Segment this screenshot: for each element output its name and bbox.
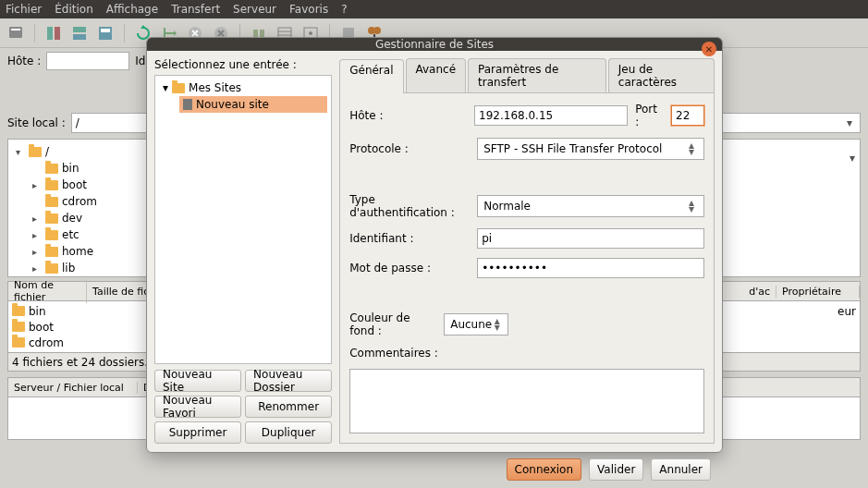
- dialog-title-bar[interactable]: Gestionnaire de Sites ✕: [147, 38, 722, 51]
- svg-rect-11: [260, 30, 264, 37]
- tab-charset[interactable]: Jeu de caractères: [608, 58, 715, 92]
- menu-affichage[interactable]: Affichage: [106, 3, 158, 16]
- svg-rect-2: [47, 27, 53, 40]
- folder-icon: [12, 306, 25, 316]
- tabs: Général Avancé Paramètres de transfert J…: [339, 58, 715, 93]
- tree-row-mysites[interactable]: ▾ Mes Sites: [159, 79, 327, 96]
- new-site-button[interactable]: Nouveau Site: [154, 370, 241, 392]
- tab-transfer[interactable]: Paramètres de transfert: [468, 58, 606, 92]
- delete-button[interactable]: Supprimer: [154, 421, 241, 444]
- expand-icon[interactable]: ▸: [32, 247, 42, 257]
- select-entry-label: Sélectionnez une entrée :: [154, 58, 332, 71]
- spin-icon: ▴▾: [492, 318, 502, 331]
- spin-icon: ▴▾: [685, 200, 698, 213]
- protocol-select[interactable]: SFTP - SSH File Transfer Protocol ▴▾: [477, 138, 704, 160]
- tree-label: home: [62, 245, 93, 258]
- port-input[interactable]: [671, 105, 704, 126]
- bg-label: Couleur de fond :: [349, 311, 436, 337]
- col-perm[interactable]: d'ac: [743, 286, 776, 298]
- local-site-label: Site local :: [7, 116, 66, 129]
- file-name: boot: [29, 321, 54, 334]
- collapse-icon[interactable]: ▾: [16, 147, 25, 157]
- expand-icon[interactable]: ▸: [32, 180, 42, 190]
- folder-icon: [45, 214, 58, 224]
- user-input[interactable]: [477, 228, 704, 249]
- expand-icon[interactable]: ▸: [32, 263, 42, 274]
- password-input[interactable]: [477, 258, 704, 278]
- toggle-queue-icon[interactable]: [95, 23, 116, 43]
- chevron-down-icon: ▾: [843, 116, 856, 129]
- menu-favoris[interactable]: Favoris: [289, 3, 328, 16]
- quick-id-label: Id: [135, 55, 145, 67]
- expand-icon[interactable]: ▸: [32, 214, 42, 224]
- auth-label: Type d'authentification :: [349, 193, 470, 219]
- col-name[interactable]: Nom de fichier: [8, 279, 87, 303]
- folder-icon: [45, 263, 58, 274]
- sitemanager-icon[interactable]: [6, 23, 26, 43]
- tree-label: cdrom: [62, 195, 97, 208]
- remote-path-combo[interactable]: ▾: [844, 148, 861, 168]
- duplicate-button[interactable]: Dupliquer: [245, 421, 332, 444]
- dialog-title: Gestionnaire de Sites: [375, 38, 494, 51]
- validate-button[interactable]: Valider: [589, 458, 643, 481]
- svg-rect-5: [73, 34, 86, 40]
- connect-button[interactable]: Connexion: [507, 458, 582, 481]
- tab-general[interactable]: Général: [339, 59, 403, 93]
- folder-icon: [45, 247, 58, 257]
- tree-label: lib: [62, 262, 75, 274]
- folder-icon: [45, 197, 58, 207]
- tree-label: /: [45, 145, 49, 158]
- svg-rect-7: [101, 29, 110, 32]
- spin-icon: ▴▾: [685, 142, 698, 155]
- folder-icon: [12, 322, 25, 332]
- port-label: Port :: [635, 103, 664, 128]
- auth-value: Normale: [483, 200, 531, 213]
- new-fav-button[interactable]: Nouveau Favori: [154, 396, 241, 418]
- svg-rect-1: [11, 29, 20, 30]
- expand-icon[interactable]: ▸: [32, 230, 42, 240]
- menubar: Fichier Édition Affichage Transfert Serv…: [0, 0, 868, 18]
- server-icon: [183, 99, 192, 110]
- col-server[interactable]: Serveur / Fichier local: [8, 382, 138, 394]
- bg-select[interactable]: Aucune ▴▾: [444, 313, 508, 336]
- close-button[interactable]: ✕: [702, 42, 716, 56]
- tree-row-site[interactable]: Nouveau site: [179, 96, 327, 113]
- toggle-tree-icon[interactable]: [69, 23, 90, 43]
- folder-icon: [45, 230, 58, 240]
- host-input[interactable]: [474, 105, 628, 126]
- cancel-button[interactable]: Annuler: [651, 458, 711, 481]
- tab-panel-general: Hôte : Port : Protocole : SFTP - SSH Fil…: [339, 93, 715, 444]
- folder-icon: [45, 164, 58, 174]
- site-manager-dialog: Gestionnaire de Sites ✕ Sélectionnez une…: [146, 37, 723, 453]
- col-owner[interactable]: Propriétaire: [776, 286, 860, 298]
- menu-fichier[interactable]: Fichier: [6, 3, 42, 16]
- tree-label: etc: [62, 228, 79, 241]
- host-label: Hôte :: [349, 109, 467, 122]
- menu-serveur[interactable]: Serveur: [233, 3, 276, 16]
- rename-button[interactable]: Renommer: [245, 396, 332, 418]
- svg-point-14: [309, 31, 312, 35]
- tree-label: Mes Sites: [189, 81, 241, 94]
- local-path-value: /: [76, 116, 79, 129]
- user-label: Identifiant :: [349, 232, 470, 245]
- protocol-value: SFTP - SSH File Transfer Protocol: [483, 142, 662, 155]
- svg-point-17: [373, 27, 381, 34]
- comments-label: Commentaires :: [349, 347, 438, 360]
- new-folder-button[interactable]: Nouveau Dossier: [245, 370, 332, 392]
- svg-rect-4: [73, 27, 86, 32]
- menu-help[interactable]: ?: [341, 3, 347, 16]
- svg-rect-0: [9, 27, 22, 38]
- menu-edition[interactable]: Édition: [55, 3, 93, 16]
- password-label: Mot de passe :: [349, 262, 470, 274]
- collapse-icon[interactable]: ▾: [163, 81, 168, 94]
- menu-transfert[interactable]: Transfert: [171, 3, 220, 16]
- sites-tree[interactable]: ▾ Mes Sites Nouveau site: [154, 75, 332, 364]
- quick-host-input[interactable]: [46, 52, 129, 70]
- svg-rect-10: [253, 30, 258, 37]
- tab-advanced[interactable]: Avancé: [406, 58, 467, 92]
- comments-textarea[interactable]: [349, 369, 704, 433]
- auth-select[interactable]: Normale ▴▾: [477, 195, 704, 217]
- tree-label: bin: [62, 162, 79, 175]
- folder-icon: [45, 180, 58, 190]
- toggle-log-icon[interactable]: [43, 23, 64, 43]
